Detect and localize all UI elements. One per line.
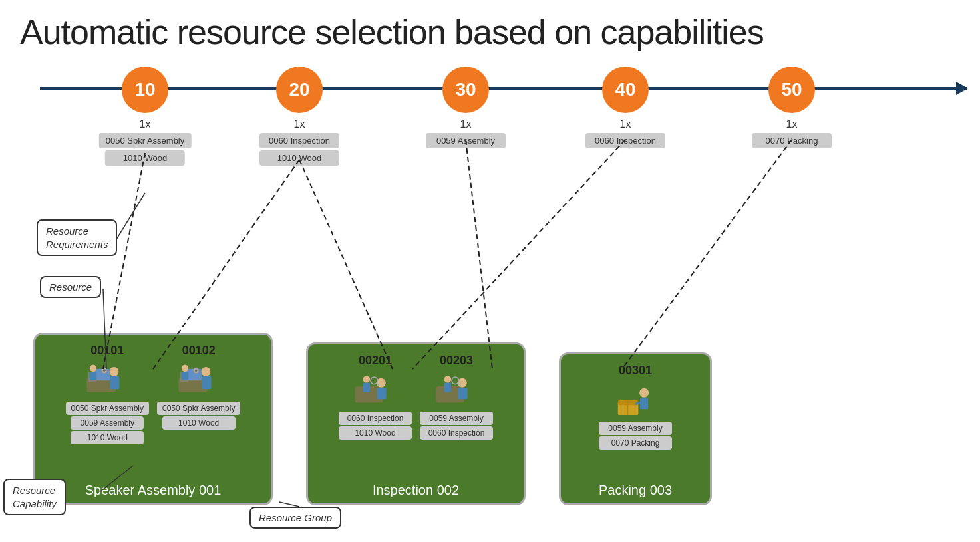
rg-packing: 00301 0059 Assembly 0070 Packing Packing… [559,352,712,505]
svg-point-8 [103,370,106,372]
resource-00101-icon [84,359,130,399]
rg-003-inner: 00301 0059 Assembly 0070 Packing [599,364,672,451]
svg-rect-27 [458,388,468,400]
resource-00201-cap-2: 1010 Wood [339,426,412,440]
step-30-req-1: 0059 Assembly [426,133,506,148]
page-title: Automatic resource selection based on ca… [0,0,980,59]
rg-003-title: Packing 003 [561,483,710,498]
svg-point-21 [363,376,371,383]
resource-00102-icon [176,359,222,399]
resource-00101-cap-1: 0050 Spkr Assembly [66,402,149,415]
resource-00102-cap-1: 0050 Spkr Assembly [157,402,240,415]
resource-00101-id: 00101 [90,344,124,358]
timeline-arrow [956,82,968,95]
step-10-req-2: 1010 Wood [105,150,185,166]
svg-line-43 [412,140,625,369]
step-20-req-1: 0060 Inspection [259,133,339,148]
step-circle-50: 50 [768,67,815,113]
rg-speaker-assembly: 00101 0050 Spkr Assembly 0059 Assembly 1… [33,333,273,505]
svg-rect-15 [181,372,188,380]
svg-rect-12 [202,376,211,389]
svg-rect-20 [377,388,387,400]
svg-line-42 [466,140,492,369]
resource-00301-cap-1: 0059 Assembly [599,422,672,435]
resource-00203-cap-2: 0060 Inspection [420,426,493,440]
resource-00301: 00301 0059 Assembly 0070 Packing [599,364,672,451]
svg-point-17 [195,370,198,372]
svg-point-35 [639,388,649,398]
step-circle-40: 40 [602,67,649,113]
resource-00102-id: 00102 [182,344,216,358]
resource-00203-cap-1: 0059 Assembly [420,412,493,425]
resource-00203-icon [433,369,480,409]
timeline [40,85,967,92]
resource-00203: 00203 0059 Assembly 0060 Inspection [420,354,493,441]
step-req-10: 1x 0050 Spkr Assembly 1010 Wood [99,118,192,168]
step-req-50: 1x 0070 Packing [752,118,832,150]
step-40-req-1: 0060 Inspection [585,133,665,148]
resource-00102: 00102 0050 Spkr Assembly 1010 Wood [157,344,240,446]
svg-rect-6 [90,372,97,380]
svg-line-48 [279,502,299,507]
resource-00201-icon [352,369,399,409]
step-circle-30: 30 [442,67,489,113]
resource-00201-id: 00201 [359,354,392,368]
callout-resource-requirements: ResourceRequirements [37,219,117,256]
step-circle-20: 20 [276,67,323,113]
step-50-req-1: 0070 Packing [752,133,832,148]
resource-00101: 00101 0050 Spkr Assembly 0059 Assembly 1… [66,344,149,446]
step-req-20: 1x 0060 Inspection 1010 Wood [259,118,339,168]
step-10-req-1: 0050 Spkr Assembly [99,133,192,148]
svg-point-14 [181,365,188,372]
rg-inspection: 00201 0060 Inspection 1010 Wood 00203 [306,342,526,505]
step-circle-10: 10 [122,67,168,113]
svg-line-40 [299,160,393,369]
step-50-qty: 1x [786,118,798,130]
svg-point-11 [201,367,210,376]
svg-line-45 [116,193,145,239]
step-10-qty: 1x [140,118,151,130]
rg-001-inner: 00101 0050 Spkr Assembly 0059 Assembly 1… [66,344,241,446]
svg-rect-36 [640,398,648,410]
resource-00101-cap-3: 1010 Wood [71,431,144,444]
rg-002-title: Inspection 002 [308,483,524,498]
step-req-30: 1x 0059 Assembly [426,118,506,150]
resource-00301-id: 00301 [619,364,652,378]
svg-point-2 [110,367,119,376]
resource-00201-cap-1: 0060 Inspection [339,412,412,425]
resource-00201: 00201 0060 Inspection 1010 Wood [339,354,412,441]
callout-resource: Resource [40,276,101,298]
resource-00301-cap-2: 0070 Packing [599,436,672,450]
svg-point-28 [444,376,452,383]
svg-rect-22 [363,383,371,392]
step-20-qty: 1x [294,118,305,130]
step-req-40: 1x 0060 Inspection [585,118,665,150]
resource-00101-cap-2: 0059 Assembly [71,416,144,430]
step-30-qty: 1x [460,118,472,130]
svg-rect-29 [444,383,452,392]
svg-line-44 [622,140,792,369]
resource-00102-cap-2: 1010 Wood [162,416,236,430]
callout-resource-group: Resource Group [249,507,341,529]
step-20-req-2: 1010 Wood [259,150,339,166]
rg-002-inner: 00201 0060 Inspection 1010 Wood 00203 [339,354,493,441]
resource-00301-icon [612,379,659,419]
step-40-qty: 1x [620,118,631,130]
rg-001-title: Speaker Assembly 001 [35,483,271,498]
timeline-line [40,87,967,90]
svg-point-5 [90,365,97,372]
svg-rect-3 [110,376,120,389]
callout-resource-capability: ResourceCapability [3,479,66,515]
resource-00203-id: 00203 [440,354,473,368]
